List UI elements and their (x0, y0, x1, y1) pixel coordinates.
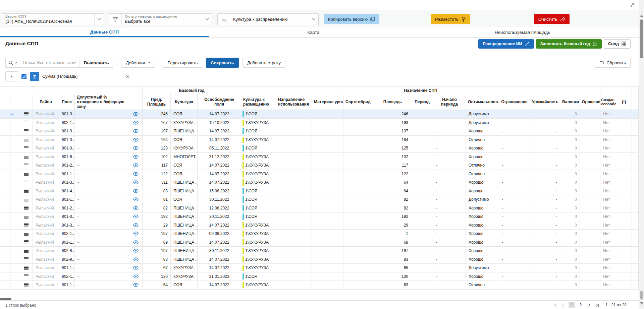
col-warn[interactable]: (!) (616, 94, 632, 110)
row-checkbox[interactable] (10, 274, 10, 279)
table-row[interactable]: Рыльский801-3...-192ПШЕНИЦА ...30.11.202… (0, 212, 639, 221)
eye-icon[interactable] (133, 274, 139, 279)
row-checkbox[interactable] (10, 120, 10, 125)
tab-map[interactable]: Карта (209, 27, 418, 37)
row-menu-icon[interactable] (24, 172, 29, 176)
row-checkbox[interactable] (10, 188, 10, 194)
tab-spp-data[interactable]: Данные СПП (0, 27, 209, 37)
select-all-checkbox[interactable] (0, 94, 20, 110)
row-checkbox[interactable] (10, 265, 10, 270)
page-number-2[interactable]: 2 (577, 302, 584, 308)
eye-icon[interactable] (133, 214, 139, 219)
eye-icon[interactable] (133, 121, 139, 125)
chevron-down-icon[interactable] (309, 14, 318, 25)
close-icon[interactable]: × (124, 74, 130, 79)
culture-filter-select[interactable]: Фильтр культуры к размещению Выбрать все (109, 13, 212, 25)
clear-button[interactable]: Очистить (534, 14, 570, 24)
row-menu-icon[interactable] (24, 129, 29, 133)
row-checkbox[interactable] (10, 231, 10, 236)
row-menu-icon[interactable] (24, 138, 29, 141)
table-row[interactable]: Рыльский801-1...-64СОЯ14.07.20221\КУКУРУ… (0, 281, 639, 290)
row-menu-icon[interactable] (24, 240, 29, 244)
col-period-start[interactable]: Начало периода (433, 94, 466, 110)
col-direction[interactable]: Направление использования (276, 94, 312, 110)
horizontal-scrollbar-thumb[interactable] (0, 298, 11, 300)
next-page-icon[interactable] (588, 303, 591, 307)
table-row[interactable]: Рыльский801-3...-246СОЯ14.07.20221\СОЯ24… (0, 110, 639, 119)
row-checkbox[interactable] (10, 248, 10, 253)
chevron-down-icon[interactable] (203, 14, 212, 25)
table-row[interactable]: Рыльский802-1...-130КУКУРУЗА31.01.20231\… (0, 272, 639, 281)
row-checkbox[interactable] (10, 163, 10, 168)
eye-icon[interactable] (133, 240, 139, 244)
actions-button[interactable]: Действия (121, 58, 155, 68)
table-row[interactable]: Рыльский802-1...-167КУКУРУЗА19.10.20221\… (0, 118, 639, 127)
row-menu-icon[interactable] (24, 274, 29, 278)
search-icon[interactable] (6, 58, 20, 67)
row-menu-icon[interactable] (24, 155, 29, 159)
tab-unused-area[interactable]: Неиспользуемая площадь (418, 27, 627, 37)
row-menu-icon[interactable] (24, 198, 29, 201)
table-row[interactable]: Рыльский801-3...-164СОЯ14.07.20221\КУКУР… (0, 135, 639, 144)
row-checkbox[interactable] (10, 257, 10, 262)
prev-page-icon[interactable] (561, 303, 564, 307)
col-release[interactable]: Освобождение поля (198, 94, 241, 110)
row-menu-icon[interactable] (24, 164, 29, 167)
eye-icon[interactable] (133, 180, 139, 184)
table-row[interactable]: Рыльский801-4...-83ПШЕНИЦА ...15.08.2022… (0, 187, 639, 195)
vertical-scrollbar-thumb[interactable] (640, 19, 643, 58)
row-menu-icon[interactable] (24, 232, 29, 236)
row-checkbox[interactable] (10, 154, 10, 160)
eye-icon[interactable] (133, 112, 139, 116)
row-menu-icon[interactable] (24, 257, 29, 261)
scroll-up-icon[interactable] (640, 15, 643, 17)
row-checkbox[interactable] (10, 197, 10, 202)
table-row[interactable]: Рыльский801-9...-197ПШЕНИЦА ...14.07.202… (0, 127, 639, 136)
add-row-button[interactable]: Добавить строку (243, 58, 285, 68)
col-prev-area[interactable]: Пред. Площадь (143, 94, 171, 110)
row-checkbox[interactable] (10, 111, 10, 117)
place-button[interactable]: Разместить (431, 14, 470, 24)
eye-icon[interactable] (133, 283, 139, 287)
table-row[interactable]: Рыльский801-6...-102МНОГОЛЕТ...31.12.202… (0, 152, 639, 161)
col-irrigation[interactable]: Орошение. (580, 94, 600, 110)
table-row[interactable]: Рыльский801-1...-122СОЯ14.07.20221\КУКУР… (0, 170, 639, 178)
row-menu-icon[interactable] (24, 215, 29, 219)
col-restriction[interactable]: Ограничение (499, 94, 530, 110)
table-row[interactable]: Рыльский801-3...-123КУКУРУЗА05.11.20221\… (0, 144, 639, 153)
eye-icon[interactable] (133, 138, 139, 142)
culture-distribution-select[interactable]: Культура к распределению (217, 13, 319, 25)
eye-icon[interactable] (133, 223, 139, 227)
edit-button[interactable]: Редактировать (163, 58, 202, 68)
eye-icon[interactable] (133, 146, 139, 150)
vertical-scrollbar[interactable] (639, 0, 644, 309)
row-menu-icon[interactable] (24, 112, 29, 116)
row-menu-icon[interactable] (24, 146, 29, 150)
table-row[interactable]: Рыльский801-1...-81СОЯ30.11.20221\СОЯ82-… (0, 195, 639, 204)
table-row[interactable]: Рыльский802-1...-197ПШЕНИЦА ...09.08.202… (0, 230, 639, 238)
run-search-button[interactable]: Выполнить (79, 58, 113, 67)
caret-down-icon[interactable]: ▼ (5, 71, 18, 81)
col-optimality[interactable]: Оптимальность (466, 94, 499, 110)
row-checkbox[interactable] (10, 137, 10, 142)
eye-icon[interactable] (133, 172, 139, 176)
row-checkbox[interactable] (10, 180, 10, 185)
scroll-down-icon[interactable] (640, 302, 643, 305)
row-checkbox[interactable] (10, 171, 10, 177)
eye-icon[interactable] (133, 249, 139, 253)
table-row[interactable]: Рыльский801-2...-117СОЯ14.07.20221\КУКУР… (0, 161, 639, 170)
aggregate-input[interactable] (39, 72, 121, 81)
col-buffer[interactable]: Допустимый % вхождения в буферную зону (75, 94, 129, 110)
page-number-1[interactable]: 1 (569, 302, 575, 308)
col-material[interactable]: Материал урожая (312, 94, 343, 110)
table-row[interactable]: Рыльский802-1...-69ПШЕНИЦА ...14.07.2022… (0, 238, 639, 247)
aggregate-checkbox[interactable] (21, 74, 26, 79)
row-menu-icon[interactable] (24, 223, 29, 227)
collapse-window-icon[interactable] (630, 3, 635, 7)
ai-distribution-button[interactable]: Распределение ИИ (478, 39, 534, 49)
eye-icon[interactable] (133, 129, 139, 133)
col-gross[interactable]: Валовка (560, 94, 580, 110)
row-menu-icon[interactable] (24, 249, 29, 253)
table-row[interactable]: Рыльский801-2...-82ПШЕНИЦА ...12.08.2022… (0, 204, 639, 212)
row-checkbox[interactable] (10, 205, 10, 211)
